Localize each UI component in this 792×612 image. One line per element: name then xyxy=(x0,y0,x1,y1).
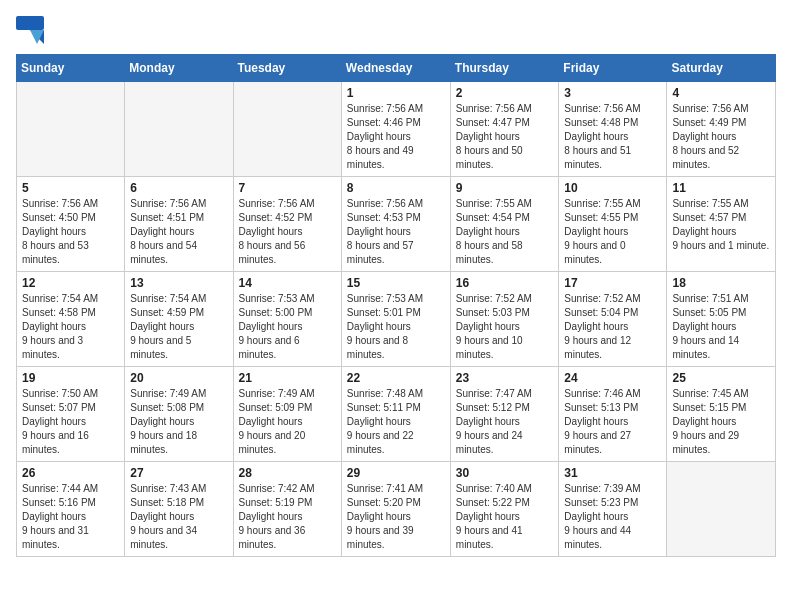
day-number: 6 xyxy=(130,181,227,195)
calendar-cell: 9Sunrise: 7:55 AMSunset: 4:54 PMDaylight… xyxy=(450,177,559,272)
day-number: 15 xyxy=(347,276,445,290)
calendar-cell: 27Sunrise: 7:43 AMSunset: 5:18 PMDayligh… xyxy=(125,462,233,557)
calendar-cell: 14Sunrise: 7:53 AMSunset: 5:00 PMDayligh… xyxy=(233,272,341,367)
day-number: 31 xyxy=(564,466,661,480)
calendar-cell: 30Sunrise: 7:40 AMSunset: 5:22 PMDayligh… xyxy=(450,462,559,557)
header-tuesday: Tuesday xyxy=(233,55,341,82)
calendar-cell: 3Sunrise: 7:56 AMSunset: 4:48 PMDaylight… xyxy=(559,82,667,177)
calendar-cell xyxy=(17,82,125,177)
day-number: 2 xyxy=(456,86,554,100)
day-info: Sunrise: 7:54 AMSunset: 4:58 PMDaylight … xyxy=(22,292,119,362)
day-info: Sunrise: 7:52 AMSunset: 5:03 PMDaylight … xyxy=(456,292,554,362)
header-wednesday: Wednesday xyxy=(341,55,450,82)
day-info: Sunrise: 7:56 AMSunset: 4:48 PMDaylight … xyxy=(564,102,661,172)
week-row-4: 19Sunrise: 7:50 AMSunset: 5:07 PMDayligh… xyxy=(17,367,776,462)
day-number: 17 xyxy=(564,276,661,290)
calendar-cell: 20Sunrise: 7:49 AMSunset: 5:08 PMDayligh… xyxy=(125,367,233,462)
week-row-1: 1Sunrise: 7:56 AMSunset: 4:46 PMDaylight… xyxy=(17,82,776,177)
calendar-cell: 2Sunrise: 7:56 AMSunset: 4:47 PMDaylight… xyxy=(450,82,559,177)
day-number: 4 xyxy=(672,86,770,100)
day-number: 18 xyxy=(672,276,770,290)
day-number: 29 xyxy=(347,466,445,480)
calendar-cell: 4Sunrise: 7:56 AMSunset: 4:49 PMDaylight… xyxy=(667,82,776,177)
day-info: Sunrise: 7:55 AMSunset: 4:57 PMDaylight … xyxy=(672,197,770,253)
calendar-cell: 22Sunrise: 7:48 AMSunset: 5:11 PMDayligh… xyxy=(341,367,450,462)
day-number: 26 xyxy=(22,466,119,480)
day-info: Sunrise: 7:46 AMSunset: 5:13 PMDaylight … xyxy=(564,387,661,457)
day-info: Sunrise: 7:56 AMSunset: 4:50 PMDaylight … xyxy=(22,197,119,267)
svg-rect-0 xyxy=(16,16,44,30)
day-info: Sunrise: 7:56 AMSunset: 4:52 PMDaylight … xyxy=(239,197,336,267)
calendar-header-row: SundayMondayTuesdayWednesdayThursdayFrid… xyxy=(17,55,776,82)
day-number: 7 xyxy=(239,181,336,195)
day-info: Sunrise: 7:56 AMSunset: 4:47 PMDaylight … xyxy=(456,102,554,172)
day-info: Sunrise: 7:50 AMSunset: 5:07 PMDaylight … xyxy=(22,387,119,457)
day-number: 9 xyxy=(456,181,554,195)
day-info: Sunrise: 7:49 AMSunset: 5:08 PMDaylight … xyxy=(130,387,227,457)
calendar-cell: 13Sunrise: 7:54 AMSunset: 4:59 PMDayligh… xyxy=(125,272,233,367)
day-number: 21 xyxy=(239,371,336,385)
day-info: Sunrise: 7:45 AMSunset: 5:15 PMDaylight … xyxy=(672,387,770,457)
day-number: 24 xyxy=(564,371,661,385)
header-saturday: Saturday xyxy=(667,55,776,82)
day-number: 8 xyxy=(347,181,445,195)
calendar-cell: 31Sunrise: 7:39 AMSunset: 5:23 PMDayligh… xyxy=(559,462,667,557)
calendar-cell: 6Sunrise: 7:56 AMSunset: 4:51 PMDaylight… xyxy=(125,177,233,272)
day-number: 3 xyxy=(564,86,661,100)
day-number: 19 xyxy=(22,371,119,385)
day-number: 5 xyxy=(22,181,119,195)
calendar-cell: 5Sunrise: 7:56 AMSunset: 4:50 PMDaylight… xyxy=(17,177,125,272)
calendar-cell: 11Sunrise: 7:55 AMSunset: 4:57 PMDayligh… xyxy=(667,177,776,272)
day-number: 25 xyxy=(672,371,770,385)
day-info: Sunrise: 7:39 AMSunset: 5:23 PMDaylight … xyxy=(564,482,661,552)
week-row-3: 12Sunrise: 7:54 AMSunset: 4:58 PMDayligh… xyxy=(17,272,776,367)
calendar-cell: 28Sunrise: 7:42 AMSunset: 5:19 PMDayligh… xyxy=(233,462,341,557)
day-info: Sunrise: 7:56 AMSunset: 4:46 PMDaylight … xyxy=(347,102,445,172)
logo xyxy=(16,16,48,44)
calendar-cell: 7Sunrise: 7:56 AMSunset: 4:52 PMDaylight… xyxy=(233,177,341,272)
calendar-cell: 8Sunrise: 7:56 AMSunset: 4:53 PMDaylight… xyxy=(341,177,450,272)
calendar-cell: 25Sunrise: 7:45 AMSunset: 5:15 PMDayligh… xyxy=(667,367,776,462)
week-row-5: 26Sunrise: 7:44 AMSunset: 5:16 PMDayligh… xyxy=(17,462,776,557)
calendar-cell: 26Sunrise: 7:44 AMSunset: 5:16 PMDayligh… xyxy=(17,462,125,557)
day-info: Sunrise: 7:47 AMSunset: 5:12 PMDaylight … xyxy=(456,387,554,457)
day-info: Sunrise: 7:53 AMSunset: 5:00 PMDaylight … xyxy=(239,292,336,362)
day-info: Sunrise: 7:44 AMSunset: 5:16 PMDaylight … xyxy=(22,482,119,552)
calendar-cell: 12Sunrise: 7:54 AMSunset: 4:58 PMDayligh… xyxy=(17,272,125,367)
day-number: 1 xyxy=(347,86,445,100)
day-info: Sunrise: 7:52 AMSunset: 5:04 PMDaylight … xyxy=(564,292,661,362)
calendar-cell: 10Sunrise: 7:55 AMSunset: 4:55 PMDayligh… xyxy=(559,177,667,272)
day-number: 13 xyxy=(130,276,227,290)
calendar-cell: 15Sunrise: 7:53 AMSunset: 5:01 PMDayligh… xyxy=(341,272,450,367)
day-number: 27 xyxy=(130,466,227,480)
day-number: 12 xyxy=(22,276,119,290)
header-sunday: Sunday xyxy=(17,55,125,82)
day-info: Sunrise: 7:53 AMSunset: 5:01 PMDaylight … xyxy=(347,292,445,362)
header-friday: Friday xyxy=(559,55,667,82)
day-number: 28 xyxy=(239,466,336,480)
calendar-cell: 24Sunrise: 7:46 AMSunset: 5:13 PMDayligh… xyxy=(559,367,667,462)
calendar-cell xyxy=(667,462,776,557)
calendar-cell: 17Sunrise: 7:52 AMSunset: 5:04 PMDayligh… xyxy=(559,272,667,367)
week-row-2: 5Sunrise: 7:56 AMSunset: 4:50 PMDaylight… xyxy=(17,177,776,272)
day-number: 30 xyxy=(456,466,554,480)
calendar-cell: 18Sunrise: 7:51 AMSunset: 5:05 PMDayligh… xyxy=(667,272,776,367)
day-info: Sunrise: 7:41 AMSunset: 5:20 PMDaylight … xyxy=(347,482,445,552)
header-thursday: Thursday xyxy=(450,55,559,82)
day-number: 16 xyxy=(456,276,554,290)
calendar-cell xyxy=(233,82,341,177)
day-info: Sunrise: 7:40 AMSunset: 5:22 PMDaylight … xyxy=(456,482,554,552)
calendar-cell: 23Sunrise: 7:47 AMSunset: 5:12 PMDayligh… xyxy=(450,367,559,462)
page-header xyxy=(16,16,776,44)
day-number: 23 xyxy=(456,371,554,385)
day-info: Sunrise: 7:51 AMSunset: 5:05 PMDaylight … xyxy=(672,292,770,362)
calendar-cell xyxy=(125,82,233,177)
day-info: Sunrise: 7:42 AMSunset: 5:19 PMDaylight … xyxy=(239,482,336,552)
day-info: Sunrise: 7:43 AMSunset: 5:18 PMDaylight … xyxy=(130,482,227,552)
day-info: Sunrise: 7:55 AMSunset: 4:55 PMDaylight … xyxy=(564,197,661,267)
day-info: Sunrise: 7:48 AMSunset: 5:11 PMDaylight … xyxy=(347,387,445,457)
day-info: Sunrise: 7:56 AMSunset: 4:51 PMDaylight … xyxy=(130,197,227,267)
logo-icon xyxy=(16,16,44,44)
day-info: Sunrise: 7:56 AMSunset: 4:53 PMDaylight … xyxy=(347,197,445,267)
calendar-cell: 21Sunrise: 7:49 AMSunset: 5:09 PMDayligh… xyxy=(233,367,341,462)
